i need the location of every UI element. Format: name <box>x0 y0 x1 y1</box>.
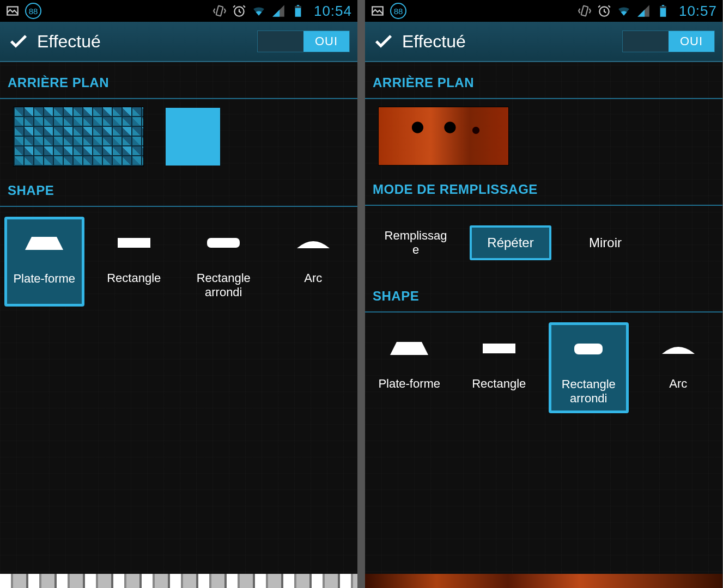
picture-icon <box>370 4 385 18</box>
svg-rect-14 <box>483 344 515 353</box>
battery-pct-badge: 88 <box>25 3 41 19</box>
done-check-icon[interactable] <box>8 30 29 52</box>
action-bar: Effectué OUI <box>0 22 357 62</box>
fillmode-option-fill[interactable]: Remplissage <box>375 219 457 267</box>
background-preview-tiles[interactable] <box>13 107 144 167</box>
action-bar-title: Effectué <box>37 32 101 52</box>
section-header-background: ARRIÈRE PLAN <box>0 66 357 99</box>
svg-rect-5 <box>295 6 301 8</box>
svg-rect-1 <box>216 6 223 16</box>
wifi-icon <box>252 4 266 18</box>
section-header-fillmode: MODE DE REMPLISSAGE <box>365 173 722 206</box>
bottom-strip <box>0 574 357 588</box>
signal-icon <box>271 4 285 18</box>
svg-rect-9 <box>581 6 588 16</box>
phone-right: 88 10:57 Effectué <box>365 0 722 588</box>
toggle-switch[interactable]: OUI <box>257 30 350 52</box>
shape-option-arc[interactable]: Arc <box>274 217 354 307</box>
rectangle-icon <box>483 344 515 356</box>
section-header-shape: SHAPE <box>0 174 357 207</box>
toggle-on-label: OUI <box>303 31 349 52</box>
arc-icon <box>662 343 695 356</box>
trapezoid-icon <box>390 342 428 357</box>
phone-left: 88 10:54 Effectué <box>0 0 357 588</box>
status-bar: 88 10:57 <box>365 0 722 22</box>
svg-rect-13 <box>660 6 666 8</box>
action-bar: Effectué OUI <box>365 22 722 62</box>
svg-rect-6 <box>118 238 150 248</box>
shape-option-rounded-rectangle[interactable]: Rectangle arrondi <box>184 217 264 307</box>
status-bar: 88 10:54 <box>0 0 357 22</box>
battery-pct-badge: 88 <box>390 3 406 19</box>
bottom-strip <box>365 574 722 588</box>
wifi-icon <box>617 4 631 18</box>
arc-icon <box>297 237 330 250</box>
background-preview-image[interactable] <box>378 107 509 166</box>
shape-option-rectangle[interactable]: Rectangle <box>459 322 539 413</box>
clock: 10:54 <box>314 3 352 20</box>
alarm-icon <box>232 4 246 18</box>
vibrate-icon <box>578 4 592 18</box>
shape-option-platform[interactable]: Plate-forme <box>369 322 449 413</box>
trapezoid-icon <box>25 237 63 252</box>
svg-rect-7 <box>207 238 240 248</box>
vibrate-icon <box>212 4 227 18</box>
shape-option-platform[interactable]: Plate-forme <box>4 217 84 307</box>
section-header-background: ARRIÈRE PLAN <box>365 66 722 99</box>
rounded-rectangle-icon <box>574 344 603 357</box>
fillmode-option-mirror[interactable]: Miroir <box>564 225 646 260</box>
shape-option-rectangle[interactable]: Rectangle <box>94 217 174 307</box>
alarm-icon <box>597 4 611 18</box>
shape-option-rounded-rectangle[interactable]: Rectangle arrondi <box>549 322 629 413</box>
action-bar-title: Effectué <box>402 32 466 52</box>
svg-rect-15 <box>574 344 603 354</box>
battery-icon <box>291 4 305 18</box>
shape-option-arc[interactable]: Arc <box>639 322 719 413</box>
picture-icon <box>5 4 20 18</box>
signal-icon <box>636 4 651 18</box>
background-preview-solid[interactable] <box>166 108 220 166</box>
clock: 10:57 <box>679 3 717 20</box>
rectangle-icon <box>118 238 150 250</box>
toggle-on-label: OUI <box>669 31 714 52</box>
toggle-switch[interactable]: OUI <box>622 30 715 52</box>
fillmode-option-repeat[interactable]: Répéter <box>470 225 551 260</box>
battery-icon <box>656 4 670 18</box>
done-check-icon[interactable] <box>373 30 394 52</box>
rounded-rectangle-icon <box>207 238 240 250</box>
section-header-shape: SHAPE <box>365 280 722 313</box>
